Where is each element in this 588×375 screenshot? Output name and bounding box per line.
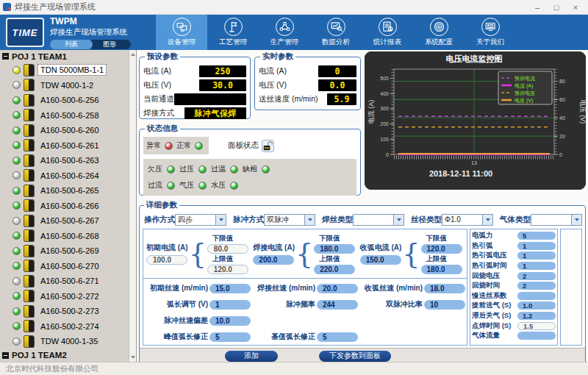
tree-item[interactable]: A160-500-6-261 xyxy=(0,138,129,154)
tree-item[interactable]: A160-500-2-274 xyxy=(0,319,129,335)
value-field[interactable]: 1.5 xyxy=(517,322,556,330)
nav-process[interactable]: 工艺管理 xyxy=(207,15,259,50)
close-button[interactable]: × xyxy=(566,1,585,14)
tree-item[interactable]: A160-500-6-265 xyxy=(0,183,129,199)
dropdown-value[interactable]: 双脉冲 xyxy=(264,214,305,226)
view-button-list[interactable]: 列表 xyxy=(50,40,93,49)
chevron-down-icon[interactable] xyxy=(216,214,226,226)
tree-item[interactable] xyxy=(0,362,129,362)
tree-item[interactable]: A160-500-2-273 xyxy=(0,304,129,319)
scroll-up-icon[interactable] xyxy=(131,53,135,56)
value-field[interactable]: 100.0 xyxy=(146,255,187,265)
value-field[interactable]: 1 xyxy=(517,242,556,250)
tree-item[interactable]: A160-500-6-267 xyxy=(0,213,129,229)
main-nav: 设备管理工艺管理生产管理数据分析统计报表系统配置关于我们 xyxy=(156,15,516,50)
tree-item[interactable]: A160-500-6-270 xyxy=(0,259,129,274)
upper-limit-field[interactable]: 180.0 xyxy=(421,265,462,274)
chart-canvas: 电压电流监控图0100200300400500020406080电流 (A)电压… xyxy=(365,51,586,190)
view-button-graph[interactable]: 图形 xyxy=(88,40,131,49)
tree-item[interactable]: TDW 4000-1-2 xyxy=(0,78,129,93)
value-field[interactable]: 1 xyxy=(517,251,556,260)
config-icon xyxy=(430,18,448,36)
value-field[interactable]: 18.0 xyxy=(424,284,465,293)
tree-item[interactable]: TDW 4000-1-35 xyxy=(0,334,129,349)
lower-limit-field[interactable]: 180.0 xyxy=(314,244,355,254)
tree-item[interactable]: A160-500-6-258 xyxy=(0,108,129,124)
value-field[interactable]: 150.0 xyxy=(360,255,401,265)
param-row: 弧长调节 (V)1脉冲频率244双脉冲比率10 xyxy=(143,296,467,312)
status-led-yellow xyxy=(12,66,21,74)
tree-item[interactable]: A160-500-6-263 xyxy=(0,153,129,168)
maximize-button[interactable]: □ xyxy=(547,1,566,14)
value-field[interactable]: 15.0 xyxy=(209,284,251,293)
tree-item[interactable]: A160-500-2-272 xyxy=(0,289,129,304)
lower-limit-field[interactable]: 80.0 xyxy=(207,244,248,254)
nav-about[interactable]: 关于我们 xyxy=(465,15,516,50)
alarm-leds: 欠压过压过温缺相过流气压水压 xyxy=(143,159,356,196)
value-field[interactable]: 1.2 xyxy=(517,312,556,320)
value-field[interactable]: 20.0 xyxy=(317,284,358,293)
minimize-button[interactable]: – xyxy=(528,1,547,14)
value-field[interactable]: 2 xyxy=(517,282,556,290)
upper-limit-field[interactable]: 120.0 xyxy=(207,265,248,274)
value-field[interactable]: 5 xyxy=(517,232,556,240)
svg-text:20: 20 xyxy=(559,134,565,139)
nav-production[interactable]: 生产管理 xyxy=(259,15,310,50)
scroll-down-icon[interactable] xyxy=(131,356,135,359)
tree-item[interactable]: A160-500-6-266 xyxy=(0,199,129,214)
dropdown-label: 操作方式 xyxy=(144,215,175,225)
tree-item[interactable]: A160-500-6-271 xyxy=(0,274,129,289)
dropdown-value[interactable] xyxy=(353,214,394,226)
send-params-button[interactable]: 下发参数到面板 xyxy=(319,351,391,362)
upper-limit-field[interactable]: 220.0 xyxy=(314,265,355,274)
value-field[interactable]: 1.0 xyxy=(517,301,556,310)
alarm-label: 欠压 xyxy=(148,164,162,174)
tree-item[interactable]: TDN 5000MB-1-1 xyxy=(0,63,129,78)
lower-limit-field[interactable]: 120.0 xyxy=(421,244,462,254)
tree-item[interactable]: A160-500-6-269 xyxy=(0,243,129,259)
preset-row: 电压 (V)30.0 xyxy=(143,79,246,92)
sidebar-scrollbar[interactable] xyxy=(129,50,136,362)
tree-item[interactable]: A160-500-6-256 xyxy=(0,93,129,108)
value-field[interactable]: 200.0 xyxy=(253,255,294,265)
dropdown-value[interactable]: 四步 xyxy=(175,214,216,226)
tree-item[interactable]: A160-500-6-268 xyxy=(0,229,129,244)
value-field[interactable] xyxy=(517,292,556,300)
nav-config[interactable]: 系统配置 xyxy=(413,15,465,50)
dropdown-value[interactable]: Φ1.0 xyxy=(442,214,483,226)
value-field[interactable]: 5 xyxy=(209,332,251,342)
value-field[interactable]: 244 xyxy=(317,300,358,310)
app-code: TWPM xyxy=(50,16,153,26)
param-label: 点焊时间 (S) xyxy=(472,321,511,331)
dropdown-value[interactable] xyxy=(531,214,572,226)
nav-analysis[interactable]: 数据分析 xyxy=(310,15,362,50)
value-field[interactable]: 10.0 xyxy=(209,316,251,326)
param-label: 电流 (A) xyxy=(143,66,171,76)
tree-item-label: A160-500-6-264 xyxy=(38,171,101,181)
collapse-icon[interactable] xyxy=(2,53,9,60)
nav-report[interactable]: 统计报表 xyxy=(362,15,413,50)
value-field[interactable]: 5 xyxy=(317,332,358,342)
tree-item[interactable]: A160-500-6-264 xyxy=(0,168,129,184)
tree-group-header[interactable]: POJ 1 TEAM1 xyxy=(0,50,129,63)
welder-machine-icon xyxy=(24,64,35,76)
tree-group-header[interactable]: POJ 1 TEAM2 xyxy=(0,349,129,362)
tree-item[interactable]: A160-500-6-260 xyxy=(0,123,129,138)
value-field[interactable] xyxy=(517,332,556,340)
status-bar: 北京时代科技股份有限公司 xyxy=(0,362,588,375)
chevron-down-icon[interactable] xyxy=(483,214,493,226)
value-field[interactable]: 1 xyxy=(517,262,556,270)
add-button[interactable]: 添加 xyxy=(225,351,278,362)
value-field[interactable]: 1 xyxy=(209,300,251,310)
tree-item-label: TDN 5000MB-1-1 xyxy=(38,65,106,75)
chevron-down-icon[interactable] xyxy=(572,214,582,226)
collapse-icon[interactable] xyxy=(2,352,9,359)
chevron-down-icon[interactable] xyxy=(394,214,404,226)
value-field[interactable]: 10 xyxy=(424,300,465,310)
chevron-down-icon[interactable] xyxy=(305,214,315,226)
nav-device[interactable]: 设备管理 xyxy=(156,15,207,50)
dropdown-1: 脉冲方式双脉冲 xyxy=(233,214,315,226)
system-status-leds: 异常正常 xyxy=(143,137,209,154)
svg-text:预设电流: 预设电流 xyxy=(514,76,535,82)
value-field[interactable]: 2 xyxy=(517,272,556,280)
